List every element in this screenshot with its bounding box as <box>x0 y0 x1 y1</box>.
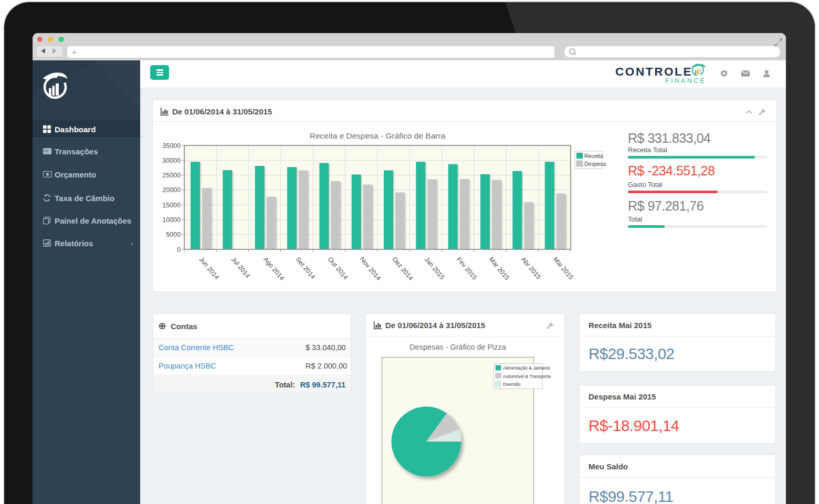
svg-text:10000: 10000 <box>162 216 181 224</box>
svg-text:30000: 30000 <box>162 157 181 164</box>
svg-text:Receita: Receita <box>584 153 603 159</box>
svg-text:Abr 2015: Abr 2015 <box>520 256 542 281</box>
svg-text:Despesa: Despesa <box>584 161 606 167</box>
svg-text:5000: 5000 <box>166 231 181 238</box>
svg-text:Set 2014: Set 2014 <box>294 256 317 280</box>
svg-text:Ago 2014: Ago 2014 <box>262 256 286 282</box>
svg-text:Jul 2014: Jul 2014 <box>230 256 251 279</box>
svg-text:Mai 2015: Mai 2015 <box>552 256 575 281</box>
svg-text:25000: 25000 <box>162 172 181 179</box>
svg-text:Fev 2015: Fev 2015 <box>455 256 478 281</box>
svg-text:Jun 2014: Jun 2014 <box>197 256 220 281</box>
svg-text:Jan 2015: Jan 2015 <box>423 256 446 281</box>
svg-text:Mar 2015: Mar 2015 <box>487 256 511 281</box>
svg-text:35000: 35000 <box>162 142 181 150</box>
svg-text:Receita e Despesa - Gráfico de: Receita e Despesa - Gráfico de Barra <box>310 131 446 140</box>
svg-text:Dez 2014: Dez 2014 <box>391 256 414 282</box>
svg-text:Nov 2014: Nov 2014 <box>359 256 382 282</box>
svg-text:15000: 15000 <box>162 202 181 209</box>
svg-text:20000: 20000 <box>162 186 181 194</box>
svg-text:0: 0 <box>177 246 181 254</box>
svg-text:Out 2014: Out 2014 <box>327 256 350 281</box>
